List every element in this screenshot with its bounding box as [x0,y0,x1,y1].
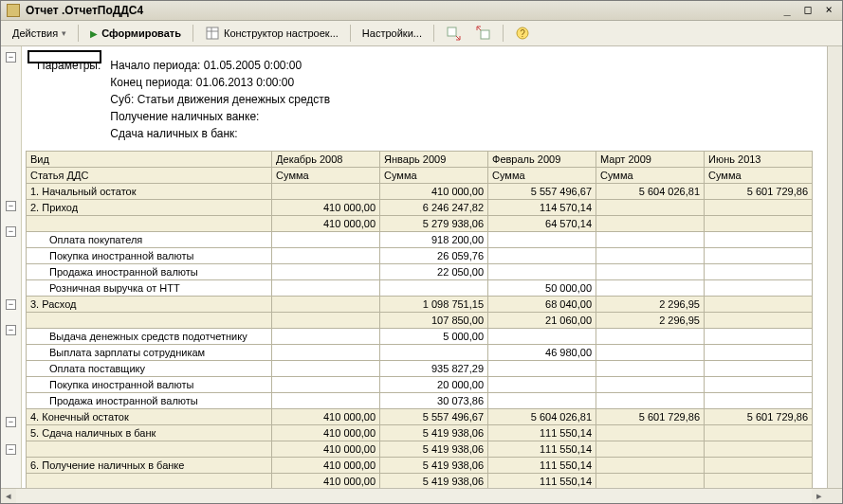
table-row: 2. Приход410 000,006 246 247,82114 570,1… [27,200,813,216]
help-icon: ? [515,26,530,41]
col-article: Статья ДДС [27,168,272,184]
document-icon [7,4,20,17]
maximize-button[interactable]: □ [800,4,816,17]
tree-gutter: − − − − − − − [1,46,22,488]
close-button[interactable]: × [821,4,836,17]
col-jan2009: Январь 2009 [380,152,488,168]
svg-rect-3 [448,27,456,36]
table-row: 3. Расход1 098 751,1568 040,002 296,95 [27,297,813,313]
settings-button[interactable]: Настройки... [357,26,428,41]
separator [78,25,79,42]
table-row: 1. Начальный остаток410 000,005 557 496,… [27,184,813,200]
table-row: 6. Получение наличных в банке410 000,005… [27,458,813,474]
actions-menu[interactable]: Действия [7,26,72,41]
param-receive: Получение наличных ванке: [106,109,334,124]
scroll-left-icon[interactable]: ◂ [1,489,16,503]
tree-toggle[interactable]: − [6,417,16,427]
table-row: 107 850,0021 060,002 296,95 [27,313,813,329]
svg-rect-4 [481,30,489,39]
tool-icon-1[interactable] [440,24,467,43]
table-row: Выдача денежных средств подотчетнику5 00… [27,329,813,345]
table-row: 410 000,005 279 938,0664 570,14 [27,216,813,232]
vertical-scrollbar[interactable] [827,46,842,488]
toolbar: Действия ▶Сформировать Конструктор настр… [1,21,842,46]
constructor-icon [205,26,220,41]
col-feb2009: Февраль 2009 [488,152,596,168]
tree-toggle[interactable]: − [6,226,16,237]
tree-toggle[interactable]: − [6,299,16,310]
table-row: 4. Конечный остаток410 000,005 557 496,6… [27,409,813,425]
svg-text:?: ? [520,28,525,39]
report-window: Отчет .ОтчетПоДДС4 _ □ × Действия ▶Сформ… [0,0,843,504]
separator [192,25,193,42]
titlebar: Отчет .ОтчетПоДДС4 _ □ × [1,1,842,21]
col-dec2008: Декабрь 2008 [272,152,380,168]
grid-import-icon [476,26,491,41]
tree-toggle[interactable]: − [6,201,16,211]
table-row: Покупка иностранной валюты20 000,00 [27,377,813,393]
scroll-right-icon[interactable]: ▸ [812,489,827,503]
param-start: Начало периода: 01.05.2005 0:00:00 [106,58,334,73]
separator [350,25,351,42]
col-kind: Вид [27,152,272,168]
minimize-button[interactable]: _ [779,4,795,17]
selection-box[interactable] [27,50,101,63]
report-body: Параметры:Начало периода: 01.05.2005 0:0… [22,46,827,488]
report-table: Вид Декабрь 2008 Январь 2009 Февраль 200… [26,151,813,488]
table-row: Оплата покупателя918 200,00 [27,232,813,248]
tree-toggle[interactable]: − [6,325,16,335]
header-row-1: Вид Декабрь 2008 Январь 2009 Февраль 200… [27,152,813,168]
table-row: 5. Сдача наличных в банк410 000,005 419 … [27,425,813,441]
table-row: 410 000,005 419 938,06111 550,14 [27,441,813,458]
tool-icon-2[interactable] [470,24,497,43]
separator [503,25,504,42]
play-icon: ▶ [90,28,98,39]
form-button[interactable]: ▶Сформировать [84,26,187,41]
table-row: Продажа иностранной валюты30 073,86 [27,393,813,409]
svg-rect-0 [207,27,218,39]
param-deposit: Сдача наличных в банк: [106,126,334,141]
constructor-button[interactable]: Конструктор настроек... [199,24,344,43]
table-row: Продажа иностранной валюты22 050,00 [27,264,813,280]
parameters-block: Параметры:Начало периода: 01.05.2005 0:0… [31,56,336,143]
param-end: Конец периода: 01.06.2013 0:00:00 [106,75,334,90]
table-row: Оплата поставщику935 827,29 [27,361,813,377]
table-row: Покупка иностранной валюты26 059,76 [27,248,813,264]
separator [433,25,434,42]
help-button[interactable]: ? [509,24,536,43]
horizontal-scrollbar[interactable]: ◂ ▸ [1,488,842,503]
tree-toggle[interactable]: − [6,52,16,63]
col-mar2009: Март 2009 [596,152,705,168]
grid-export-icon [446,26,461,41]
header-row-2: Статья ДДС Сумма Сумма Сумма Сумма Сумма [27,168,813,184]
tree-toggle[interactable]: − [6,444,16,455]
table-row: Выплата зарплаты сотрудникам46 980,00 [27,345,813,361]
col-jun2013: Июнь 2013 [705,152,813,168]
param-sub: Суб: Статьи движения денежных средств [106,92,334,107]
window-title: Отчет .ОтчетПоДДС4 [26,4,143,17]
table-row: 410 000,005 419 938,06111 550,14 [27,474,813,489]
table-row: Розничная выручка от НТТ50 000,00 [27,280,813,297]
